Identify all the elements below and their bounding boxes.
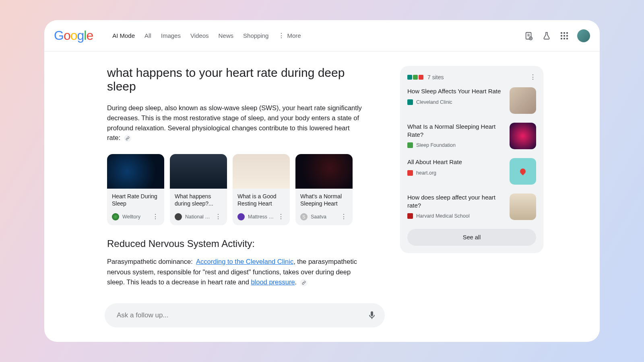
source-cards: Heart Rate During Sleep Welltory What ha… xyxy=(107,154,365,225)
followup-input[interactable] xyxy=(117,311,367,319)
card-title: What is a Good Resting Heart Rat... xyxy=(237,193,285,207)
sites-count: 7 sites xyxy=(427,74,444,80)
followup-bar[interactable] xyxy=(105,303,385,327)
more-dots-icon xyxy=(278,32,285,39)
source-favicon xyxy=(112,213,119,220)
source-name: Welltory xyxy=(122,214,148,220)
source-name: Mattress Cla... xyxy=(248,214,274,220)
apps-icon[interactable] xyxy=(559,31,569,41)
source-favicon: S xyxy=(300,213,308,220)
sidebar-item-title: What Is a Normal Sleeping Heart Rate? xyxy=(407,123,504,138)
sidebar-item-title: All About Heart Rate xyxy=(407,158,504,166)
labs-icon[interactable] xyxy=(542,31,551,41)
tab-news[interactable]: News xyxy=(219,32,234,39)
tab-shopping[interactable]: Shopping xyxy=(243,32,268,39)
source-name: National Inst... xyxy=(185,214,211,220)
card-menu-icon[interactable] xyxy=(340,212,348,221)
section-paragraph: Parasympathetic dominance: According to … xyxy=(107,257,365,288)
sidebar-item-source: Cleveland Clinic xyxy=(416,99,452,105)
card-thumbnail xyxy=(233,154,290,189)
sidebar-item-source: heart.org xyxy=(416,170,436,176)
sidebar-source-item[interactable]: How Sleep Affects Your Heart Rate Clevel… xyxy=(407,87,536,114)
nav-tabs: AI Mode All Images Videos News Shopping … xyxy=(112,32,301,39)
query-title: what happens to your heart rate during d… xyxy=(107,66,365,93)
tab-ai-mode[interactable]: AI Mode xyxy=(112,32,135,39)
card-thumbnail xyxy=(295,154,353,189)
header: Google AI Mode All Images Videos News Sh… xyxy=(44,20,600,51)
content: what happens to your heart rate during d… xyxy=(44,51,600,342)
saved-icon[interactable] xyxy=(524,31,534,41)
sidebar-thumbnail xyxy=(510,123,536,149)
sidebar-favicons xyxy=(407,75,423,80)
source-favicon xyxy=(237,213,245,220)
card-title: Heart Rate During Sleep xyxy=(112,193,159,207)
sidebar-source-item[interactable]: How does sleep affect your heart rate? H… xyxy=(407,193,536,220)
card-menu-icon[interactable] xyxy=(151,212,159,221)
main-column: what happens to your heart rate during d… xyxy=(107,66,365,342)
sidebar-source-item[interactable]: All About Heart Rate heart.org xyxy=(407,158,536,185)
citation-link-icon[interactable] xyxy=(124,135,131,142)
sidebar-menu-icon[interactable] xyxy=(530,73,536,81)
source-card[interactable]: What is a Good Resting Heart Rat... Matt… xyxy=(233,154,290,225)
sidebar-thumbnail xyxy=(510,193,536,220)
tab-videos[interactable]: Videos xyxy=(190,32,209,39)
sidebar-item-source: Harvard Medical School xyxy=(416,213,470,219)
sidebar-thumbnail xyxy=(510,158,536,185)
card-menu-icon[interactable] xyxy=(214,212,222,221)
tab-all[interactable]: All xyxy=(144,32,151,39)
source-favicon xyxy=(407,99,413,105)
card-thumbnail xyxy=(107,154,164,189)
card-title: What happens during sleep?... xyxy=(175,193,222,207)
sources-sidebar: 7 sites How Sleep Affects Your Heart Rat… xyxy=(400,66,543,253)
google-logo[interactable]: Google xyxy=(54,28,93,43)
sidebar-item-source: Sleep Foundation xyxy=(416,142,456,148)
source-favicon xyxy=(175,213,182,220)
source-favicon xyxy=(407,213,413,219)
see-all-button[interactable]: See all xyxy=(407,229,536,246)
section-lead: Parasympathetic dominance: xyxy=(107,258,193,265)
card-menu-icon[interactable] xyxy=(277,212,285,221)
source-favicon xyxy=(407,142,413,148)
avatar[interactable] xyxy=(577,29,590,42)
sidebar-item-title: How does sleep affect your heart rate? xyxy=(407,193,504,209)
link-cleveland-clinic[interactable]: According to the Cleveland Clinic xyxy=(196,258,293,265)
header-right xyxy=(524,29,590,42)
source-card[interactable]: Heart Rate During Sleep Welltory xyxy=(107,154,164,225)
citation-link-icon[interactable] xyxy=(300,279,308,286)
source-name: Saatva xyxy=(311,214,336,220)
sidebar-source-item[interactable]: What Is a Normal Sleeping Heart Rate? Sl… xyxy=(407,123,536,149)
intro-paragraph: During deep sleep, also known as slow-wa… xyxy=(107,103,365,143)
sidebar-item-title: How Sleep Affects Your Heart Rate xyxy=(407,87,504,95)
more-label: More xyxy=(287,32,301,39)
app-window: Google AI Mode All Images Videos News Sh… xyxy=(44,20,600,342)
source-card[interactable]: What's a Normal Sleeping Heart R... S Sa… xyxy=(295,154,353,225)
card-thumbnail xyxy=(170,154,227,189)
tab-more[interactable]: More xyxy=(278,32,301,39)
tab-images[interactable]: Images xyxy=(161,32,181,39)
source-card[interactable]: What happens during sleep?... National I… xyxy=(170,154,227,225)
section-tail: . xyxy=(295,278,297,286)
card-title: What's a Normal Sleeping Heart R... xyxy=(300,193,348,207)
source-favicon xyxy=(407,170,413,176)
section-heading: Reduced Nervous System Activity: xyxy=(107,238,365,249)
link-blood-pressure[interactable]: blood pressure xyxy=(251,278,295,286)
sidebar-header: 7 sites xyxy=(407,73,536,81)
intro-text: During deep sleep, also known as slow-wa… xyxy=(107,104,362,141)
sidebar-thumbnail xyxy=(510,87,536,114)
mic-icon[interactable] xyxy=(367,311,377,320)
